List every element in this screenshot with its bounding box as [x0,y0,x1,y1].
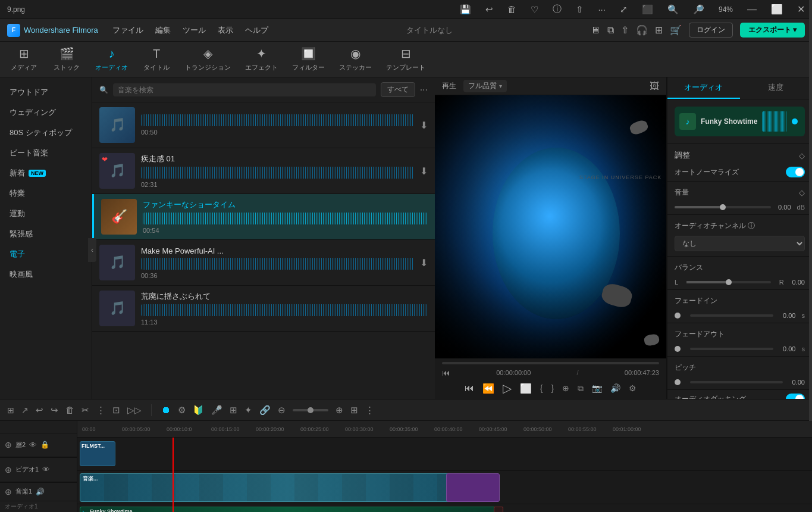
audio-item-3[interactable]: 🎵 Make Me Powerful-AI ... 00:36 ⬇ [92,240,435,286]
tool-transition[interactable]: ◈ トランジション [185,46,231,72]
audio-item-2[interactable]: 🎸 ファンキーなショータイム 00:54 [92,194,435,240]
volume-handle[interactable] [720,204,726,210]
audio-item-1[interactable]: ❤ 🎵 疾走感 01 02:31 ⬇ [92,148,435,194]
icon-more[interactable]: ··· [598,4,606,14]
sidebar-item-tokugyou[interactable]: 特業 [5,186,87,201]
sidebar-item-wedding[interactable]: ウェディング [5,105,87,120]
tab-audio[interactable]: オーディオ [667,77,740,99]
pitch-slider[interactable] [690,381,783,383]
prev-frame-button[interactable]: ⏪ [482,383,494,394]
audio-item-4[interactable]: 🎵 荒廃に揺さぶられて 11:13 [92,286,435,332]
sidebar-item-new[interactable]: 新着 NEW [5,166,87,181]
timeline-settings[interactable]: ⚙ [178,405,186,416]
tool-template[interactable]: ⊟ テンプレート [386,46,425,72]
timeline-select-tool[interactable]: ↗ [21,405,29,415]
audio-clip-main[interactable]: ♪ Funky Showtime [80,507,496,512]
tool-audio[interactable]: ♪ オーディオ [95,47,128,72]
filter-button[interactable]: すべて [381,82,415,97]
filmstrip-clip[interactable]: FILMST... [80,441,115,466]
sidebar-item-beat[interactable]: ビート音楽 [5,145,87,161]
track-add-audio-icon[interactable]: ⊕ [5,487,12,497]
download-icon-0[interactable]: ⬇ [420,120,428,131]
icon-cart[interactable]: 🛒 [670,24,682,36]
timeline-zoom-slider[interactable] [293,409,328,411]
icon-info[interactable]: ⓘ [553,4,562,15]
icon-delete[interactable]: 🗑 [507,4,516,14]
menu-edit[interactable]: 編集 [155,25,171,36]
icon-grid[interactable]: ⊞ [655,24,663,36]
timeline-more[interactable]: ▷▷ [127,405,142,416]
menu-help[interactable]: ヘルプ [245,25,268,36]
track-lock-icon[interactable]: 🔒 [40,441,49,449]
menu-file[interactable]: ファイル [112,25,143,36]
timeline-split-tool[interactable]: ⊞ [7,405,14,415]
tab-speed[interactable]: 速度 [740,77,813,99]
download-icon-3[interactable]: ⬇ [420,257,428,269]
icon-share[interactable]: ⇧ [576,4,584,15]
icon-headphone[interactable]: 🎧 [636,24,648,36]
win-close[interactable]: ✕ [797,4,805,15]
video-clip-secondary[interactable] [446,473,500,502]
timeline-link[interactable]: 🔗 [259,405,271,416]
icon-undo[interactable]: ↩ [485,4,493,15]
more-options-icon[interactable]: ··· [420,85,428,95]
clip-end-marker[interactable]: ⬜ [494,507,503,512]
sidebar-item-exercise[interactable]: 運動 [5,206,87,221]
autonormalize-toggle[interactable] [786,167,805,177]
track-add-icon[interactable]: ⊕ [5,440,12,449]
tab-label[interactable]: 9.png [7,5,25,14]
sidebar-item-electronic[interactable]: 電子 [5,246,87,262]
sidebar-item-tension[interactable]: 緊張感 [5,226,87,242]
volume-diamond-icon[interactable]: ◇ [799,188,805,197]
timeline-zoom-plus[interactable]: ⊕ [336,405,343,416]
timeline-record[interactable]: ⏺ [161,405,171,416]
win-min[interactable]: — [747,4,757,15]
track-add-video-icon[interactable]: ⊕ [5,465,12,474]
tool-stock[interactable]: 🎬 ストック [52,46,81,72]
timeline-redo[interactable]: ↪ [51,405,58,416]
login-button[interactable]: ログイン [689,23,733,38]
fadein-handle[interactable] [675,313,681,319]
ducking-toggle[interactable] [786,394,805,399]
window-expand[interactable]: ⤢ [620,4,628,15]
icon-save[interactable]: 💾 [460,4,471,15]
icon-zoom-out[interactable]: 🔍 [667,4,679,15]
audio-channel-select[interactable]: なし [675,236,805,251]
mark-out[interactable]: } [551,383,554,393]
mark-in[interactable]: { [540,383,543,393]
audio-button[interactable]: 🔊 [610,383,620,393]
timeline-mic[interactable]: 🎤 [211,405,222,416]
timeline-ai[interactable]: ✦ [244,405,252,416]
stop-button[interactable]: ⬜ [520,383,532,394]
play-label[interactable]: 再生 [442,81,456,91]
fadeout-handle[interactable] [675,346,681,352]
icon-monitor[interactable]: 🖥 [591,25,600,36]
icon-zoom-in[interactable]: 🔎 [693,4,704,15]
playhead-cursor[interactable] [173,438,174,512]
timeline-more-opts[interactable]: ⋮ [365,405,374,416]
volume-slider[interactable] [675,206,771,208]
track-volume-icon[interactable]: 🔊 [36,488,45,496]
timeline-mask[interactable]: 🔰 [193,405,204,416]
export-button[interactable]: エクスポート ▾ [740,23,805,38]
track-eye-video-icon[interactable]: 👁 [42,465,50,474]
quality-selector[interactable]: フル品質 ▾ [463,80,507,92]
tool-effect[interactable]: ✦ エフェクト [245,46,278,72]
fadein-slider[interactable] [690,314,773,317]
track-eye-icon[interactable]: 👁 [29,441,37,449]
video-clip-main[interactable]: 音楽... 48:43:45... [80,473,496,502]
timeline-align[interactable]: ⊞ [230,405,237,416]
sidebar-item-movie[interactable]: 映画風 [5,267,87,282]
menu-tools[interactable]: ツール [183,25,206,36]
balance-slider[interactable] [686,281,771,283]
win-max[interactable]: ⬜ [771,4,783,15]
icon-heart[interactable]: ♡ [531,4,538,15]
fadeout-slider[interactable] [690,348,773,350]
sidebar-item-citypop[interactable]: 80S シティポップ [5,125,87,141]
playhead-icon[interactable]: ⏮ [442,368,450,377]
tool-title[interactable]: T タイトル [142,47,171,72]
tool-media[interactable]: ⊞ メディア [10,46,38,72]
audio-item-0[interactable]: 🎵 00:50 ⬇ [92,102,435,148]
sidebar-collapse-button[interactable]: ‹ [88,238,96,262]
timeline-zoom-minus[interactable]: ⊖ [278,405,286,416]
